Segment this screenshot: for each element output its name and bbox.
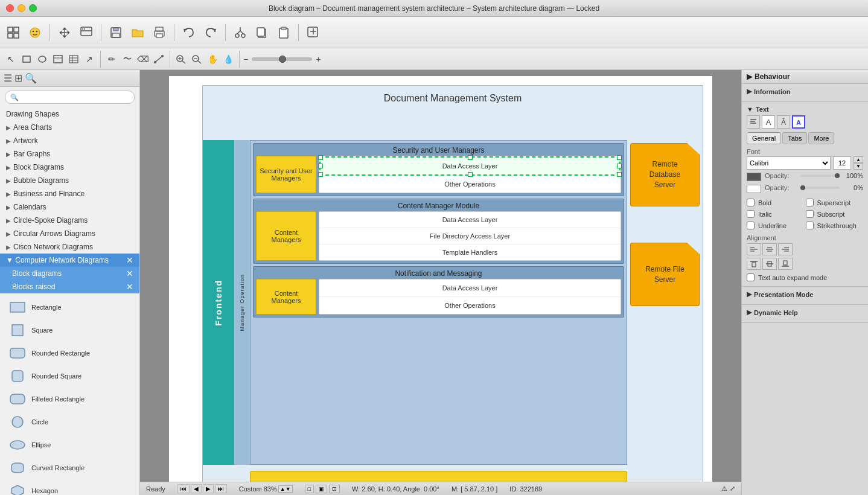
link-tool-icon[interactable]: ↗ [82, 52, 97, 66]
zoom-minus-icon[interactable]: − [243, 54, 248, 64]
shape-rounded-rect[interactable]: Rounded Rectangle [5, 342, 135, 365]
font-family-select[interactable]: Calibri [747, 156, 831, 170]
eyedrop-icon[interactable]: 💧 [221, 52, 235, 66]
hand-tool-icon[interactable]: ✋ [205, 52, 220, 66]
subcategory-blocks-raised[interactable]: Blocks raised ✕ [0, 280, 139, 293]
opacity-handle-1[interactable] [835, 173, 840, 178]
select-cursor-icon[interactable]: ↖ [4, 52, 18, 66]
notification-yellow-box[interactable]: ContentManagers [256, 279, 316, 315]
zoom-stepper[interactable]: ▲▼ [278, 485, 293, 493]
save-icon[interactable] [106, 23, 126, 42]
text-highlight-btn[interactable]: Ā [777, 115, 790, 129]
status-expand-icon[interactable]: ⤢ [730, 485, 735, 493]
maximize-button[interactable] [29, 4, 37, 12]
remote-file-server[interactable]: Remote FileServer [630, 243, 700, 306]
common-op-manager[interactable]: Common Operation Manager [250, 471, 627, 482]
opacity-bar-1[interactable] [800, 174, 840, 177]
eraser-tool-icon[interactable]: ⌫ [136, 52, 150, 66]
category-circular-arrows[interactable]: ▶ Circular Arrows Diagrams [0, 227, 139, 240]
view-multi-btn[interactable]: ▣ [316, 485, 327, 493]
underline-checkbox[interactable] [747, 222, 755, 229]
undo-icon[interactable] [179, 23, 199, 42]
font-size-input[interactable] [833, 156, 851, 170]
align-center-btn[interactable] [762, 243, 777, 255]
cut-icon[interactable] [231, 23, 250, 42]
view-fit-btn[interactable]: ⊡ [329, 485, 340, 493]
opacity-handle-2[interactable] [800, 185, 805, 190]
share-icon[interactable] [77, 23, 96, 42]
opacity-bar-2[interactable] [800, 187, 840, 189]
folder-icon[interactable] [128, 23, 147, 42]
security-module[interactable]: Security and User Managers Security and … [253, 143, 624, 196]
page-last-btn[interactable]: ⏭ [215, 484, 227, 493]
align-left-btn[interactable] [747, 243, 761, 255]
panel-list-icon[interactable]: ☰ [4, 72, 12, 84]
strikethrough-checkbox[interactable] [806, 222, 814, 229]
category-area-charts[interactable]: ▶ Area Charts [0, 121, 139, 134]
tab-more[interactable]: More [808, 132, 834, 144]
zoom-slider-handle[interactable] [279, 56, 286, 63]
remote-db-server[interactable]: RemoteDatabaseServer [630, 143, 700, 206]
content-yellow-box[interactable]: ContentManagers [256, 211, 316, 261]
text-align-left-format-btn[interactable] [747, 115, 760, 129]
circle-tool-icon[interactable] [35, 52, 49, 66]
freehand-tool-icon[interactable]: 〜 [120, 52, 135, 66]
notification-other-ops[interactable]: Other Operations [319, 297, 621, 314]
text-expand-checkbox[interactable] [747, 273, 755, 281]
connector-tool-icon[interactable] [152, 52, 166, 66]
frontend-block[interactable]: Frontend [203, 140, 234, 465]
category-computer-network[interactable]: ▼ Computer Network Diagrams ✕ [0, 254, 139, 267]
close-button[interactable] [6, 4, 14, 12]
tab-tabs[interactable]: Tabs [782, 132, 807, 144]
category-circle-spoke[interactable]: ▶ Circle-Spoke Diagrams [0, 214, 139, 227]
category-cisco-network[interactable]: ▶ Cisco Network Diagrams [0, 240, 139, 254]
content-fda-label[interactable]: File Directory Access Layer [319, 228, 621, 244]
shape-rounded-square[interactable]: Rounded Square [5, 365, 135, 388]
grid-icon[interactable] [4, 23, 23, 42]
shape-curved-rect[interactable]: Curved Rectangle [5, 456, 135, 479]
security-dal-selected[interactable]: Data Access Layer [319, 156, 621, 176]
category-bubble-diagrams[interactable]: ▶ Bubble Diagrams [0, 174, 139, 187]
text-color-btn[interactable]: A [762, 115, 775, 129]
category-block-diagrams[interactable]: ▶ Block Diagrams [0, 161, 139, 174]
redo-icon[interactable] [201, 23, 220, 42]
paste-icon[interactable] [274, 23, 293, 42]
table-tool-icon[interactable] [66, 52, 81, 66]
text-section-title[interactable]: ▼Text [747, 106, 863, 113]
notification-dal-label[interactable]: Data Access Layer [319, 279, 621, 297]
content-dal-label[interactable]: Data Access Layer [319, 212, 621, 228]
view-single-btn[interactable]: □ [305, 485, 314, 493]
category-bar-graphs[interactable]: ▶ Bar Graphs [0, 147, 139, 161]
shape-hexagon[interactable]: Hexagon [5, 479, 135, 495]
zoom-plus-icon[interactable]: + [316, 54, 321, 64]
shape-rectangle[interactable]: Rectangle [5, 296, 135, 319]
smiley-icon[interactable] [25, 23, 45, 42]
category-business-finance[interactable]: ▶ Business and Finance [0, 187, 139, 200]
notification-module[interactable]: Notification and Messaging ContentManage… [253, 266, 624, 318]
valign-middle-btn[interactable] [762, 258, 777, 270]
subscript-checkbox[interactable] [806, 210, 814, 218]
font-size-down-btn[interactable]: ▼ [854, 163, 863, 170]
minimize-button[interactable] [18, 4, 25, 12]
close-category-icon[interactable]: ✕ [126, 255, 133, 265]
zoom-out-icon[interactable] [190, 52, 204, 66]
shape-ellipse[interactable]: Ellipse [5, 433, 135, 456]
content-template-label[interactable]: Template Handlers [319, 244, 621, 260]
canvas-scroll[interactable]: Document Management System Frontend Mana… [140, 70, 741, 482]
container-tool-icon[interactable] [51, 52, 65, 66]
superscript-checkbox[interactable] [806, 199, 814, 206]
font-size-up-btn[interactable]: ▲ [854, 156, 863, 163]
bg-color-swatch[interactable] [747, 185, 761, 193]
print-icon[interactable] [150, 23, 169, 42]
subcategory-block-diagrams[interactable]: Block diagrams ✕ [0, 267, 139, 280]
panel-grid-icon[interactable]: ⊞ [14, 72, 22, 84]
align-right-btn[interactable] [778, 243, 793, 255]
rect-tool-icon[interactable] [19, 52, 34, 66]
security-other-ops[interactable]: Other Operations [319, 176, 621, 193]
text-style-btn-active[interactable]: A [792, 115, 805, 129]
page-next-btn[interactable]: ▶ [203, 484, 214, 493]
valign-bottom-btn[interactable] [778, 258, 793, 270]
valign-top-btn[interactable] [747, 258, 761, 270]
page-first-btn[interactable]: ⏮ [177, 484, 190, 493]
arrow-all-icon[interactable] [55, 23, 74, 42]
